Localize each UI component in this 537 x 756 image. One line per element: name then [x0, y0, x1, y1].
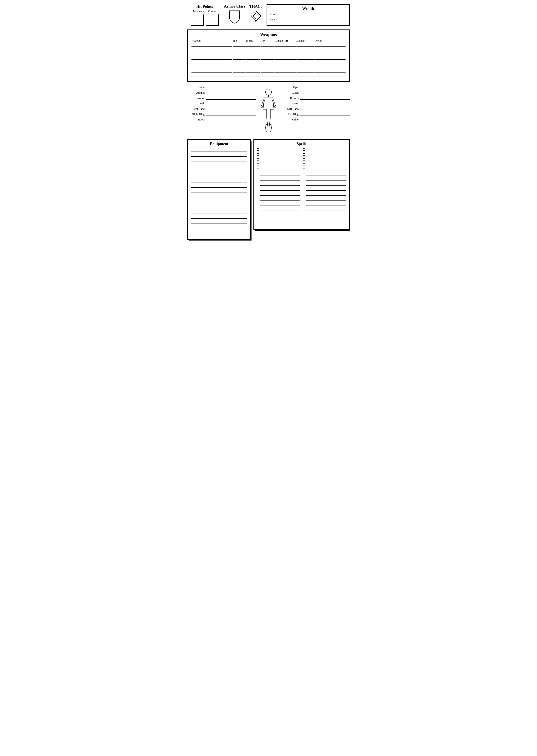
spell-field-8b[interactable]: [306, 183, 346, 186]
weapon-spd-8[interactable]: [232, 74, 245, 77]
weapon-spd-6[interactable]: [232, 65, 245, 68]
weapon-att-1[interactable]: [261, 44, 274, 47]
weapon-notes-8[interactable]: [315, 74, 346, 77]
equip-line-14[interactable]: [191, 216, 247, 219]
spell-field-14a[interactable]: [260, 212, 300, 215]
weapon-notes-6[interactable]: [315, 65, 346, 68]
spell-check-11a[interactable]: [257, 198, 259, 200]
spell-field-2a[interactable]: [260, 153, 300, 156]
equip-line-9[interactable]: [191, 190, 247, 193]
slot-cloak-field[interactable]: [300, 91, 350, 94]
weapon-tohit-3[interactable]: [245, 52, 260, 55]
weapon-dmgsm-8[interactable]: [275, 74, 296, 77]
equip-line-7[interactable]: [191, 179, 247, 182]
equip-line-1[interactable]: [191, 148, 247, 151]
spell-check-1b[interactable]: [303, 148, 305, 151]
spell-field-8a[interactable]: [260, 183, 300, 186]
spell-check-9b[interactable]: [303, 188, 305, 190]
weapon-dmgl-7[interactable]: [297, 69, 314, 72]
spell-field-6b[interactable]: [306, 173, 346, 176]
weapon-dmgsm-6[interactable]: [275, 65, 296, 68]
spell-check-16b[interactable]: [303, 223, 305, 225]
spell-check-4a[interactable]: [257, 163, 259, 165]
spell-check-5b[interactable]: [303, 168, 305, 170]
weapon-spd-1[interactable]: [232, 44, 245, 47]
weapon-dmgsm-5[interactable]: [275, 61, 296, 64]
equip-line-3[interactable]: [191, 159, 247, 162]
weapon-att-5[interactable]: [261, 61, 274, 64]
spell-check-9a[interactable]: [257, 188, 259, 190]
weapon-dmgl-3[interactable]: [297, 52, 314, 55]
spell-field-5b[interactable]: [306, 168, 346, 171]
spell-field-11b[interactable]: [306, 197, 346, 201]
spell-field-9b[interactable]: [306, 188, 346, 191]
spell-field-11a[interactable]: [260, 197, 300, 201]
spell-field-2b[interactable]: [306, 153, 346, 156]
spell-field-1a[interactable]: [260, 148, 300, 151]
weapon-att-4[interactable]: [261, 57, 274, 60]
slot-right-ring-field[interactable]: [206, 113, 256, 116]
weapon-name-5[interactable]: [191, 61, 232, 64]
weapon-notes-2[interactable]: [315, 48, 346, 51]
slot-boots-field[interactable]: [206, 118, 256, 121]
weapon-dmgsm-3[interactable]: [275, 52, 296, 55]
spell-field-3a[interactable]: [260, 158, 300, 161]
spell-check-14b[interactable]: [303, 213, 305, 215]
spell-check-4b[interactable]: [303, 163, 305, 165]
spell-check-7a[interactable]: [257, 178, 259, 180]
weapon-spd-3[interactable]: [232, 52, 245, 55]
spell-check-7b[interactable]: [303, 178, 305, 180]
equip-line-2[interactable]: [191, 154, 247, 157]
equip-line-16[interactable]: [191, 226, 247, 229]
weapon-tohit-8[interactable]: [245, 74, 260, 77]
spell-check-6b[interactable]: [303, 173, 305, 175]
spell-check-1a[interactable]: [257, 148, 259, 151]
slot-other-field[interactable]: [300, 118, 350, 121]
slot-bracers-field[interactable]: [300, 97, 350, 99]
spell-check-12a[interactable]: [257, 203, 259, 205]
spell-check-16a[interactable]: [257, 223, 259, 225]
slot-belt-field[interactable]: [206, 102, 256, 105]
equip-line-6[interactable]: [191, 174, 247, 177]
weapon-dmgl-1[interactable]: [297, 44, 314, 47]
spell-field-7b[interactable]: [306, 178, 346, 181]
weapon-spd-5[interactable]: [232, 61, 245, 64]
spell-field-15b[interactable]: [306, 217, 346, 220]
maximum-hp-field[interactable]: [190, 14, 204, 25]
spell-check-5a[interactable]: [257, 168, 259, 170]
spell-check-14a[interactable]: [257, 213, 259, 215]
spell-field-3b[interactable]: [306, 158, 346, 161]
weapon-name-2[interactable]: [191, 48, 232, 51]
spell-field-14b[interactable]: [306, 212, 346, 215]
slot-armor-field[interactable]: [206, 97, 256, 99]
spell-check-6a[interactable]: [257, 173, 259, 175]
spell-field-1b[interactable]: [306, 148, 346, 151]
weapon-dmgsm-7[interactable]: [275, 69, 296, 72]
weapon-dmgsm-2[interactable]: [275, 48, 296, 51]
spell-field-13a[interactable]: [260, 207, 300, 211]
slot-right-hand-field[interactable]: [206, 107, 256, 110]
spell-check-10b[interactable]: [303, 193, 305, 195]
other-wealth-field[interactable]: [280, 18, 346, 21]
spell-check-8a[interactable]: [257, 183, 259, 185]
equip-line-12[interactable]: [191, 205, 247, 208]
spell-check-13a[interactable]: [257, 208, 259, 210]
weapon-att-7[interactable]: [261, 69, 274, 72]
weapon-name-3[interactable]: [191, 52, 232, 55]
spell-check-8b[interactable]: [303, 183, 305, 185]
weapon-name-4[interactable]: [191, 57, 232, 60]
weapon-notes-1[interactable]: [315, 44, 346, 47]
weapon-dmgsm-1[interactable]: [275, 44, 296, 47]
spell-check-10a[interactable]: [257, 193, 259, 195]
slot-eyes-field[interactable]: [300, 86, 350, 89]
spell-field-5a[interactable]: [260, 168, 300, 171]
spell-field-10a[interactable]: [260, 192, 300, 196]
spell-check-15a[interactable]: [257, 218, 259, 220]
spell-check-12b[interactable]: [303, 203, 305, 205]
weapon-tohit-7[interactable]: [245, 69, 260, 72]
weapon-name-1[interactable]: [191, 44, 232, 47]
spell-field-12b[interactable]: [306, 202, 346, 206]
slot-left-ring-field[interactable]: [300, 113, 350, 116]
weapon-dmgl-6[interactable]: [297, 65, 314, 68]
weapon-notes-4[interactable]: [315, 57, 346, 60]
